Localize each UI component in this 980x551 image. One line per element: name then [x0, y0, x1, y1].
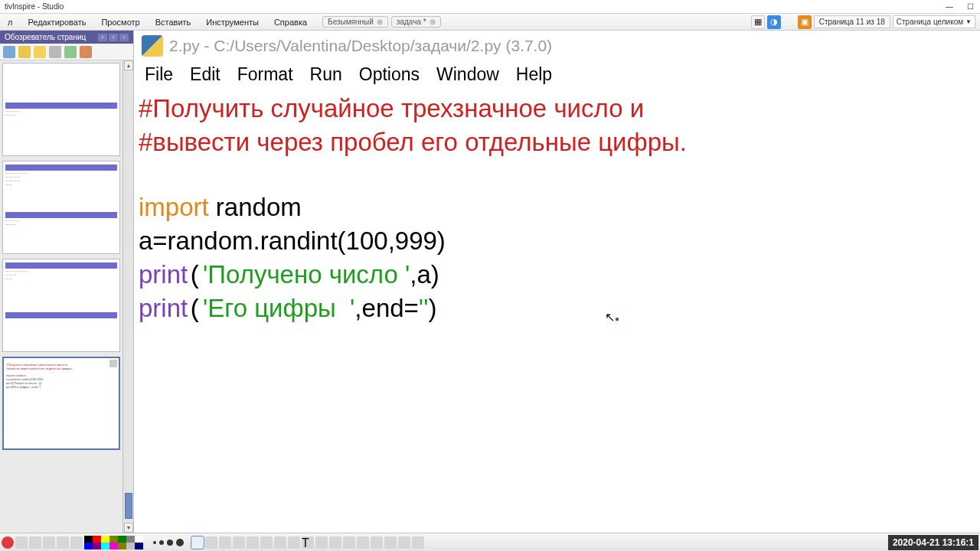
highlighter-tool-icon[interactable]	[233, 536, 245, 549]
tab-label: Безымянный	[328, 18, 374, 26]
tool-icon[interactable]	[329, 536, 341, 549]
shape-tool-icon[interactable]	[274, 536, 286, 549]
code-keyword: import	[139, 193, 209, 221]
idle-menu-help[interactable]: Help	[516, 64, 552, 85]
maximize-button[interactable]: ☐	[967, 2, 974, 11]
page-mode-select[interactable]: Страница целиком ▼	[893, 15, 975, 28]
fill-tool-icon[interactable]	[260, 536, 273, 549]
menu-edit[interactable]: Редактировать	[20, 18, 93, 27]
window-buttons: — ☐	[946, 2, 980, 11]
page-indicator: Страница 11 из 18	[814, 15, 890, 28]
tool-icon[interactable]	[343, 536, 355, 549]
sidebar-header: Обозреватель страниц ▫ ▫ ▫	[0, 31, 133, 44]
code-string: 'Его цифры '	[203, 294, 354, 322]
document-tabs: Безымянный ⊗ задача * ⊗	[322, 16, 441, 28]
close-icon[interactable]: ▫	[119, 34, 129, 41]
page-thumbnail[interactable]: — — — — — — — — —— —	[2, 259, 120, 352]
sidebar-title: Обозреватель страниц	[5, 33, 86, 41]
tab-label: задача *	[397, 18, 426, 26]
menu-insert[interactable]: Вставить	[148, 18, 199, 27]
search-icon[interactable]	[15, 536, 28, 549]
menu-bar: л Редактировать Просмотр Вставить Инстру…	[0, 14, 980, 31]
scrollbar[interactable]: ▴ ▾	[122, 60, 133, 533]
record-icon[interactable]	[2, 536, 14, 549]
tool-icon[interactable]	[80, 46, 92, 58]
idle-editor: 2.py - C:/Users/Valentina/Desktop/задачи…	[134, 31, 980, 533]
scroll-down-button[interactable]: ▾	[124, 523, 133, 533]
design-mode-icon[interactable]: ◑	[767, 15, 781, 29]
pointer-tool-icon[interactable]	[191, 536, 204, 549]
python-icon	[142, 35, 163, 57]
connector-tool-icon[interactable]	[288, 536, 300, 549]
pen-tool-icon[interactable]	[219, 536, 231, 549]
code-comment: #вывести через пробел его отдельные цифр…	[139, 128, 687, 156]
close-icon[interactable]: ⊗	[430, 18, 436, 26]
idle-menu-run[interactable]: Run	[310, 64, 342, 85]
chevron-down-icon: ▼	[965, 18, 972, 25]
menu-file[interactable]: л	[0, 18, 20, 27]
code-text: ,a)	[410, 260, 439, 289]
code-string: 'Получено число '	[203, 260, 410, 289]
title-bar: tivInspire - Studio — ☐	[0, 0, 980, 14]
page-thumbnail-current[interactable]: #Получить случайное трехзначное число и#…	[2, 357, 120, 450]
tab-task[interactable]: задача * ⊗	[391, 16, 441, 28]
right-controls: ▦ ◑ ▣ Страница 11 из 18 Страница целиком…	[751, 15, 980, 29]
page-thumbnail[interactable]: — — — — — — — — — —— — — —— — — — — — — …	[2, 161, 120, 254]
toolbar-icon[interactable]: ▦	[751, 15, 765, 29]
eraser-tool-icon[interactable]	[247, 536, 259, 549]
idle-titlebar: 2.py - C:/Users/Valentina/Desktop/задачи…	[134, 31, 980, 61]
page-mode-label: Страница целиком	[897, 18, 963, 26]
tool-icon[interactable]	[18, 46, 31, 58]
tool-icon[interactable]	[412, 536, 424, 549]
tab-untitled[interactable]: Безымянный ⊗	[322, 16, 388, 28]
close-icon[interactable]: ⊗	[377, 18, 383, 26]
tool-icon[interactable]	[34, 46, 46, 58]
thumbnail-list: . — — — — — — — — — — — — — — — — —— — —…	[0, 60, 133, 533]
page-thumbnail[interactable]: . — — — — — — —	[2, 63, 120, 156]
tool-icon[interactable]	[357, 536, 369, 549]
code-text: )	[428, 294, 436, 322]
select-tool-icon[interactable]	[205, 536, 217, 549]
cursor-icon: ↖●	[605, 310, 619, 324]
color-palette[interactable]	[84, 536, 145, 549]
scroll-up-button[interactable]: ▴	[124, 60, 133, 70]
idle-menu-options[interactable]: Options	[359, 64, 420, 85]
nav-prev-icon[interactable]	[43, 536, 55, 549]
sidebar-toolbar	[0, 44, 133, 60]
page-browser-sidebar: Обозреватель страниц ▫ ▫ ▫ . — — — — — —…	[0, 31, 134, 533]
code-text: ,end=	[354, 294, 419, 322]
pen-width-selector[interactable]	[147, 539, 190, 546]
refresh-icon[interactable]	[70, 536, 83, 549]
code-area[interactable]: #Получить случайное трехзначное число и …	[134, 90, 980, 329]
idle-menu-format[interactable]: Format	[237, 64, 293, 85]
idle-menu-file[interactable]: File	[145, 64, 173, 85]
nav-next-icon[interactable]	[57, 536, 69, 549]
code-text: random	[209, 193, 302, 221]
idle-menu-edit[interactable]: Edit	[190, 64, 220, 85]
idle-menu-window[interactable]: Window	[436, 64, 499, 85]
menu-tools[interactable]: Инструменты	[198, 18, 266, 27]
app-title: tivInspire - Studio	[5, 2, 64, 11]
tool-icon[interactable]	[398, 536, 410, 549]
code-string: ''	[419, 294, 429, 322]
code-builtin: print	[139, 294, 188, 322]
tool-icon[interactable]	[371, 536, 383, 549]
tool-icon[interactable]	[49, 46, 61, 58]
menu-view[interactable]: Просмотр	[93, 18, 147, 27]
pin-icon[interactable]: ▫	[98, 34, 107, 41]
text-tool-icon[interactable]: T	[302, 536, 314, 549]
tool-icon[interactable]	[64, 46, 77, 58]
tool-icon[interactable]	[315, 536, 328, 549]
idle-menu: File Edit Format Run Options Window Help	[134, 61, 980, 90]
print-icon[interactable]	[29, 536, 41, 549]
scroll-thumb[interactable]	[125, 493, 132, 519]
annotate-icon[interactable]: ▣	[798, 15, 812, 29]
code-builtin: print	[139, 260, 188, 289]
collapse-icon[interactable]: ▫	[109, 34, 118, 41]
menu-help[interactable]: Справка	[266, 18, 315, 27]
tool-icon[interactable]	[3, 46, 15, 58]
minimize-button[interactable]: —	[946, 2, 953, 11]
tool-icon[interactable]	[384, 536, 397, 549]
idle-title-text: 2.py - C:/Users/Valentina/Desktop/задачи…	[169, 37, 552, 55]
bottom-toolbar: T 2020-04-21 13:16:1	[0, 533, 980, 551]
